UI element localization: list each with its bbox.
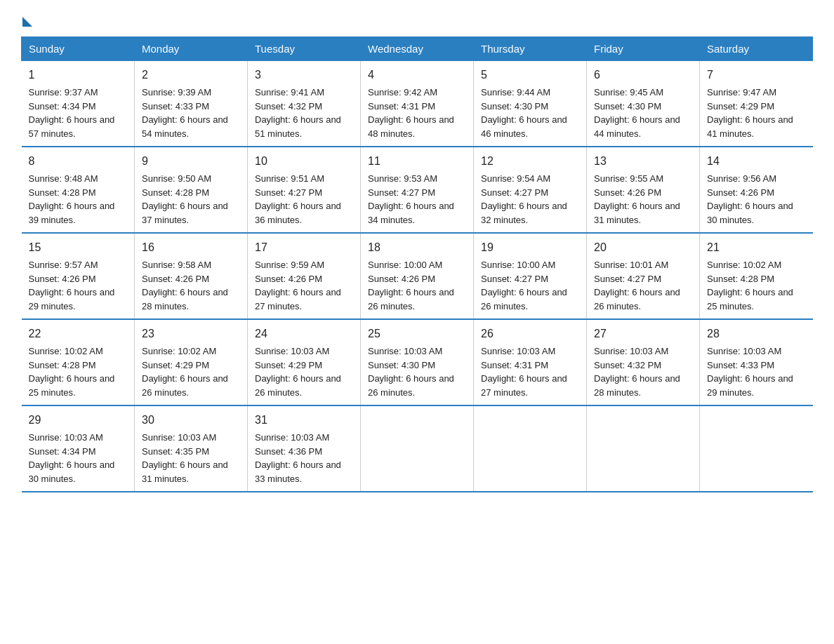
day-number: 11	[368, 153, 466, 170]
day-info: Sunrise: 9:44 AMSunset: 4:30 PMDaylight:…	[481, 87, 567, 139]
day-number: 21	[707, 239, 806, 256]
day-number: 16	[142, 239, 240, 256]
logo-triangle-icon	[22, 17, 32, 27]
calendar-cell: 15Sunrise: 9:57 AMSunset: 4:26 PMDayligh…	[22, 233, 135, 319]
calendar-cell: 19Sunrise: 10:00 AMSunset: 4:27 PMDaylig…	[474, 233, 587, 319]
day-number: 24	[255, 326, 353, 342]
day-info: Sunrise: 9:58 AMSunset: 4:26 PMDaylight:…	[142, 260, 228, 311]
calendar-cell: 28Sunrise: 10:03 AMSunset: 4:33 PMDaylig…	[700, 319, 813, 405]
day-number: 20	[594, 239, 692, 256]
calendar-cell: 6Sunrise: 9:45 AMSunset: 4:30 PMDaylight…	[587, 61, 700, 147]
day-number: 29	[29, 412, 128, 429]
calendar-cell: 24Sunrise: 10:03 AMSunset: 4:29 PMDaylig…	[248, 319, 361, 405]
calendar-cell: 20Sunrise: 10:01 AMSunset: 4:27 PMDaylig…	[587, 233, 700, 319]
day-number: 3	[255, 67, 353, 83]
day-number: 25	[368, 326, 466, 342]
weekday-header-monday: Monday	[135, 37, 248, 61]
calendar-cell: 23Sunrise: 10:02 AMSunset: 4:29 PMDaylig…	[135, 319, 248, 405]
calendar-cell: 26Sunrise: 10:03 AMSunset: 4:31 PMDaylig…	[474, 319, 587, 405]
day-info: Sunrise: 9:56 AMSunset: 4:26 PMDaylight:…	[707, 173, 793, 225]
day-number: 19	[481, 239, 579, 256]
day-info: Sunrise: 9:50 AMSunset: 4:28 PMDaylight:…	[142, 173, 228, 225]
day-info: Sunrise: 9:42 AMSunset: 4:31 PMDaylight:…	[368, 87, 454, 139]
calendar-cell: 9Sunrise: 9:50 AMSunset: 4:28 PMDaylight…	[135, 147, 248, 233]
calendar-cell: 27Sunrise: 10:03 AMSunset: 4:32 PMDaylig…	[587, 319, 700, 405]
day-info: Sunrise: 9:54 AMSunset: 4:27 PMDaylight:…	[481, 173, 567, 225]
day-number: 4	[368, 67, 466, 83]
week-row-4: 22Sunrise: 10:02 AMSunset: 4:28 PMDaylig…	[22, 319, 813, 405]
day-info: Sunrise: 9:41 AMSunset: 4:32 PMDaylight:…	[255, 87, 341, 139]
day-number: 22	[29, 326, 128, 342]
calendar-cell: 1Sunrise: 9:37 AMSunset: 4:34 PMDaylight…	[22, 61, 135, 147]
calendar-cell: 8Sunrise: 9:48 AMSunset: 4:28 PMDaylight…	[22, 147, 135, 233]
day-info: Sunrise: 10:02 AMSunset: 4:28 PMDaylight…	[29, 346, 115, 398]
calendar-cell: 31Sunrise: 10:03 AMSunset: 4:36 PMDaylig…	[248, 405, 361, 492]
day-info: Sunrise: 9:59 AMSunset: 4:26 PMDaylight:…	[255, 260, 341, 311]
calendar-cell: 13Sunrise: 9:55 AMSunset: 4:26 PMDayligh…	[587, 147, 700, 233]
day-number: 27	[594, 326, 692, 342]
page-header	[21, 14, 813, 24]
calendar-cell	[587, 405, 700, 492]
calendar-cell: 10Sunrise: 9:51 AMSunset: 4:27 PMDayligh…	[248, 147, 361, 233]
day-number: 5	[481, 67, 579, 83]
day-number: 12	[481, 153, 579, 170]
logo	[21, 14, 32, 24]
weekday-header-sunday: Sunday	[22, 37, 135, 61]
calendar-cell: 11Sunrise: 9:53 AMSunset: 4:27 PMDayligh…	[361, 147, 474, 233]
day-info: Sunrise: 10:03 AMSunset: 4:35 PMDaylight…	[142, 432, 228, 484]
day-info: Sunrise: 9:37 AMSunset: 4:34 PMDaylight:…	[29, 87, 115, 139]
weekday-header-thursday: Thursday	[474, 37, 587, 61]
calendar-cell: 22Sunrise: 10:02 AMSunset: 4:28 PMDaylig…	[22, 319, 135, 405]
calendar-cell: 17Sunrise: 9:59 AMSunset: 4:26 PMDayligh…	[248, 233, 361, 319]
day-number: 15	[29, 239, 128, 256]
calendar-cell: 29Sunrise: 10:03 AMSunset: 4:34 PMDaylig…	[22, 405, 135, 492]
day-info: Sunrise: 10:01 AMSunset: 4:27 PMDaylight…	[594, 260, 680, 311]
week-row-5: 29Sunrise: 10:03 AMSunset: 4:34 PMDaylig…	[22, 405, 813, 492]
day-info: Sunrise: 10:03 AMSunset: 4:29 PMDaylight…	[255, 346, 341, 398]
day-info: Sunrise: 10:00 AMSunset: 4:26 PMDaylight…	[368, 260, 454, 311]
weekday-header-saturday: Saturday	[700, 37, 813, 61]
day-info: Sunrise: 10:03 AMSunset: 4:30 PMDaylight…	[368, 346, 454, 398]
day-number: 30	[142, 412, 240, 429]
calendar-cell: 5Sunrise: 9:44 AMSunset: 4:30 PMDaylight…	[474, 61, 587, 147]
day-number: 6	[594, 67, 692, 83]
day-number: 14	[707, 153, 806, 170]
day-number: 18	[368, 239, 466, 256]
day-info: Sunrise: 10:03 AMSunset: 4:32 PMDaylight…	[594, 346, 680, 398]
day-info: Sunrise: 10:03 AMSunset: 4:33 PMDaylight…	[707, 346, 793, 398]
day-number: 31	[255, 412, 353, 429]
day-info: Sunrise: 10:02 AMSunset: 4:29 PMDaylight…	[142, 346, 228, 398]
calendar-cell: 14Sunrise: 9:56 AMSunset: 4:26 PMDayligh…	[700, 147, 813, 233]
calendar-cell	[474, 405, 587, 492]
day-number: 10	[255, 153, 353, 170]
day-info: Sunrise: 9:57 AMSunset: 4:26 PMDaylight:…	[29, 260, 115, 311]
calendar-cell: 2Sunrise: 9:39 AMSunset: 4:33 PMDaylight…	[135, 61, 248, 147]
day-number: 9	[142, 153, 240, 170]
day-number: 17	[255, 239, 353, 256]
day-info: Sunrise: 10:03 AMSunset: 4:31 PMDaylight…	[481, 346, 567, 398]
day-info: Sunrise: 9:51 AMSunset: 4:27 PMDaylight:…	[255, 173, 341, 225]
week-row-3: 15Sunrise: 9:57 AMSunset: 4:26 PMDayligh…	[22, 233, 813, 319]
day-info: Sunrise: 9:39 AMSunset: 4:33 PMDaylight:…	[142, 87, 228, 139]
day-info: Sunrise: 10:02 AMSunset: 4:28 PMDaylight…	[707, 260, 793, 311]
day-number: 26	[481, 326, 579, 342]
day-info: Sunrise: 10:00 AMSunset: 4:27 PMDaylight…	[481, 260, 567, 311]
calendar-table: SundayMondayTuesdayWednesdayThursdayFrid…	[21, 36, 813, 492]
calendar-cell: 25Sunrise: 10:03 AMSunset: 4:30 PMDaylig…	[361, 319, 474, 405]
calendar-cell: 16Sunrise: 9:58 AMSunset: 4:26 PMDayligh…	[135, 233, 248, 319]
calendar-cell: 3Sunrise: 9:41 AMSunset: 4:32 PMDaylight…	[248, 61, 361, 147]
day-info: Sunrise: 9:55 AMSunset: 4:26 PMDaylight:…	[594, 173, 680, 225]
day-info: Sunrise: 9:47 AMSunset: 4:29 PMDaylight:…	[707, 87, 793, 139]
day-number: 2	[142, 67, 240, 83]
day-number: 23	[142, 326, 240, 342]
day-info: Sunrise: 9:48 AMSunset: 4:28 PMDaylight:…	[29, 173, 115, 225]
week-row-1: 1Sunrise: 9:37 AMSunset: 4:34 PMDaylight…	[22, 61, 813, 147]
day-number: 8	[29, 153, 128, 170]
week-row-2: 8Sunrise: 9:48 AMSunset: 4:28 PMDaylight…	[22, 147, 813, 233]
day-info: Sunrise: 9:53 AMSunset: 4:27 PMDaylight:…	[368, 173, 454, 225]
calendar-cell: 18Sunrise: 10:00 AMSunset: 4:26 PMDaylig…	[361, 233, 474, 319]
calendar-cell: 4Sunrise: 9:42 AMSunset: 4:31 PMDaylight…	[361, 61, 474, 147]
calendar-cell	[700, 405, 813, 492]
day-number: 13	[594, 153, 692, 170]
day-info: Sunrise: 10:03 AMSunset: 4:36 PMDaylight…	[255, 432, 341, 484]
